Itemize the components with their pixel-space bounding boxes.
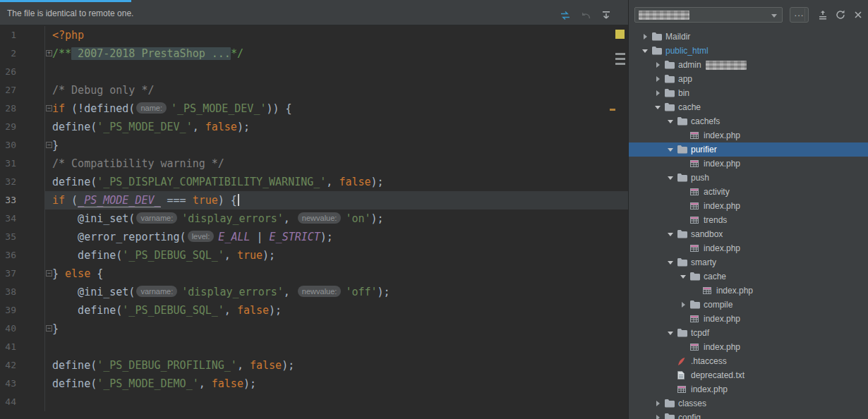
tree-item-label: activity bbox=[704, 187, 730, 197]
line-number[interactable]: 42 bbox=[0, 356, 45, 375]
chevron-collapsed-icon[interactable] bbox=[639, 34, 651, 40]
chevron-collapsed-icon[interactable] bbox=[651, 90, 664, 96]
tree-item-config[interactable]: config bbox=[629, 411, 868, 419]
chevron-collapsed-icon[interactable] bbox=[651, 415, 664, 419]
chevron-expanded-icon[interactable] bbox=[664, 332, 677, 335]
code-token: } bbox=[52, 322, 59, 335]
tree-item-cache[interactable]: cache bbox=[629, 269, 868, 284]
tree-item-index.php[interactable]: index.php bbox=[629, 157, 868, 171]
tree-item-tcpdf[interactable]: tcpdf bbox=[629, 326, 868, 340]
tree-item-index.php[interactable]: index.php bbox=[629, 284, 868, 298]
collapse-all-icon[interactable] bbox=[817, 9, 828, 20]
chevron-collapsed-icon[interactable] bbox=[651, 62, 664, 68]
code-token: } bbox=[52, 139, 59, 152]
folder-icon bbox=[651, 32, 664, 42]
tree-item-cachefs[interactable]: cachefs bbox=[629, 114, 868, 128]
tree-item-index.php[interactable]: index.php bbox=[629, 241, 868, 255]
tree-item-index.php[interactable]: index.php bbox=[629, 199, 868, 213]
line-number[interactable]: 43 bbox=[0, 375, 45, 393]
tree-item-label: Maildir bbox=[665, 32, 690, 42]
refresh-icon[interactable] bbox=[835, 9, 846, 20]
chevron-expanded-icon[interactable] bbox=[664, 261, 677, 265]
tree-item-compile[interactable]: compile bbox=[629, 298, 868, 312]
tree-item-sandbox[interactable]: sandbox bbox=[629, 227, 868, 241]
code-token: ); bbox=[269, 304, 282, 317]
tree-item-label: push bbox=[691, 173, 709, 183]
tree-item-admin[interactable]: admin bbox=[629, 58, 868, 72]
tree-item-bin[interactable]: bin bbox=[629, 86, 868, 100]
line-number[interactable]: 29 bbox=[0, 118, 45, 136]
line-number[interactable]: 40 bbox=[0, 320, 45, 338]
chevron-collapsed-icon[interactable] bbox=[651, 401, 664, 406]
tree-item-index.php[interactable]: index.php bbox=[629, 340, 868, 354]
fold-marker[interactable]: − bbox=[46, 142, 52, 148]
line-number[interactable]: 31 bbox=[0, 154, 45, 173]
download-to-line-icon[interactable] bbox=[600, 9, 613, 22]
chevron-expanded-icon[interactable] bbox=[639, 49, 651, 53]
chevron-collapsed-icon[interactable] bbox=[677, 302, 689, 308]
tree-item-purifier[interactable]: purifier bbox=[629, 142, 868, 157]
fold-marker[interactable]: + bbox=[46, 50, 52, 56]
tree-item-push[interactable]: push bbox=[629, 171, 868, 185]
line-number[interactable]: 33 bbox=[0, 191, 45, 210]
code-token: if bbox=[52, 194, 65, 207]
line-number[interactable]: 27 bbox=[0, 81, 45, 99]
line-number[interactable]: 2 bbox=[0, 44, 45, 63]
chevron-expanded-icon[interactable] bbox=[664, 120, 677, 123]
line-number[interactable]: 1 bbox=[0, 26, 45, 44]
line-number[interactable]: 34 bbox=[0, 210, 45, 228]
chevron-expanded-icon[interactable] bbox=[677, 275, 689, 279]
php-icon bbox=[689, 314, 702, 324]
tree-item-classes[interactable]: classes bbox=[629, 396, 868, 411]
server-select[interactable] bbox=[634, 7, 783, 23]
tree-item-activity[interactable]: activity bbox=[629, 185, 868, 199]
tree-item-cache[interactable]: cache bbox=[629, 100, 868, 114]
chevron-collapsed-icon[interactable] bbox=[651, 76, 664, 82]
line-number[interactable]: 44 bbox=[0, 393, 45, 411]
line-number[interactable]: 28 bbox=[0, 99, 45, 118]
tree-item-index.php[interactable]: index.php bbox=[629, 312, 868, 326]
tree-item-deprecated.txt[interactable]: deprecated.txt bbox=[629, 368, 868, 382]
code-token: */ bbox=[231, 47, 243, 60]
inspection-tick-marker[interactable] bbox=[610, 109, 615, 111]
folder-icon bbox=[664, 399, 677, 408]
line-number[interactable]: 32 bbox=[0, 173, 45, 191]
fold-marker[interactable]: − bbox=[46, 325, 52, 332]
code-token: ); bbox=[282, 359, 294, 372]
undo-arrow-icon[interactable] bbox=[580, 9, 593, 22]
tree-item-label: bin bbox=[678, 88, 689, 98]
code-token: , bbox=[224, 249, 237, 262]
warning-stripe-marker[interactable] bbox=[615, 30, 625, 39]
fold-marker[interactable]: − bbox=[46, 270, 52, 277]
line-number[interactable]: 38 bbox=[0, 283, 45, 301]
folder-icon bbox=[677, 229, 689, 239]
fold-marker[interactable]: − bbox=[46, 105, 52, 111]
folder-icon bbox=[651, 46, 664, 56]
tree-item-index.php[interactable]: index.php bbox=[629, 382, 868, 396]
line-number[interactable]: 41 bbox=[0, 338, 45, 356]
line-number[interactable]: 36 bbox=[0, 246, 45, 265]
tree-item-.htaccess[interactable]: .htaccess bbox=[629, 354, 868, 368]
tree-item-trends[interactable]: trends bbox=[629, 213, 868, 227]
close-icon[interactable] bbox=[852, 9, 864, 20]
code-token: true bbox=[193, 194, 218, 207]
code-line: 28−if (!defined(name:'_PS_MODE_DEV_')) { bbox=[0, 99, 628, 118]
chevron-expanded-icon[interactable] bbox=[664, 176, 677, 180]
line-number[interactable]: 35 bbox=[0, 228, 45, 246]
tree-item-public-html[interactable]: public_html bbox=[629, 44, 868, 58]
chevron-expanded-icon[interactable] bbox=[664, 148, 677, 152]
sync-arrows-icon[interactable] bbox=[559, 9, 572, 22]
line-number[interactable]: 37 bbox=[0, 265, 45, 283]
code-token: @ini_set( bbox=[52, 286, 135, 298]
line-number[interactable]: 39 bbox=[0, 301, 45, 320]
code-editor[interactable]: 1<?php2+/** 2007-2018 PrestaShop ...*/26… bbox=[0, 26, 628, 419]
folder-icon bbox=[677, 257, 689, 267]
line-number[interactable]: 30 bbox=[0, 136, 45, 154]
tree-item-smarty[interactable]: smarty bbox=[629, 255, 868, 269]
chevron-expanded-icon[interactable] bbox=[651, 106, 664, 109]
line-number[interactable]: 26 bbox=[0, 63, 45, 81]
tree-item-app[interactable]: app bbox=[629, 72, 868, 86]
chevron-expanded-icon[interactable] bbox=[664, 233, 677, 236]
tree-item-index.php[interactable]: index.php bbox=[629, 128, 868, 142]
tree-item-maildir[interactable]: Maildir bbox=[629, 30, 868, 44]
